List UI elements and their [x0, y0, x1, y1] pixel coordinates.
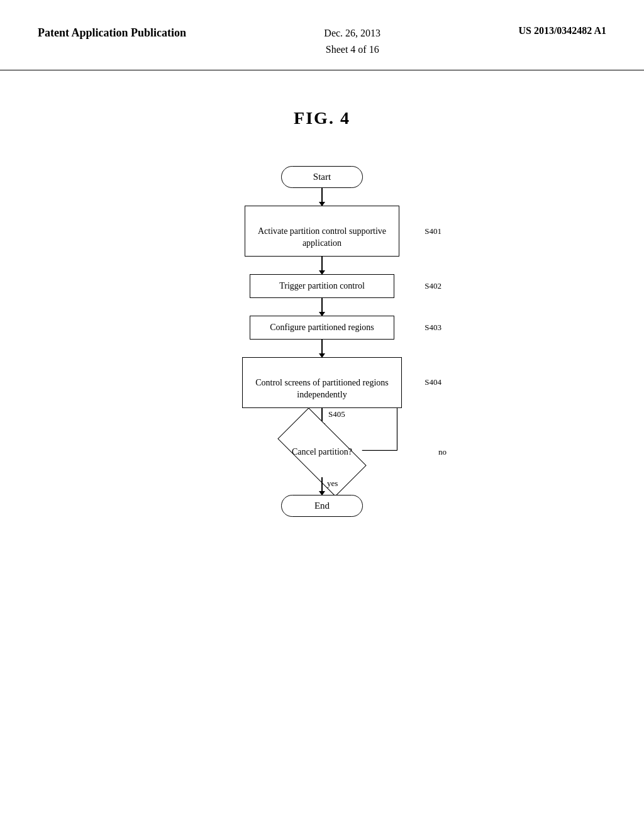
no-label: no [438, 447, 447, 457]
end-node: End [281, 495, 363, 517]
yes-label: yes [327, 479, 338, 489]
s402-box: Trigger partition control [250, 274, 394, 298]
s404-shape: Control screens of partitioned regions i… [242, 357, 402, 408]
start-row: Start [165, 166, 479, 188]
s401-row: Activate partition control supportive ap… [165, 206, 479, 257]
s404-box: Control screens of partitioned regions i… [242, 357, 402, 408]
connector-s402-s403 [321, 298, 323, 316]
connector-s401-s402 [321, 257, 323, 274]
publication-title: Patent Application Publication [38, 25, 186, 41]
end-row: End [165, 495, 479, 517]
s403-label: S403 [425, 323, 441, 333]
yes-connector [321, 477, 323, 495]
flowchart: Start Activate partition control support… [165, 166, 479, 517]
s403-box: Configure partitioned regions [250, 316, 394, 340]
end-shape: End [281, 495, 363, 517]
start-shape: Start [281, 166, 363, 188]
s403-row: Configure partitioned regions S403 [165, 316, 479, 340]
s404-row: Control screens of partitioned regions i… [165, 357, 479, 408]
s405-diamond-wrapper: Cancel partition? [272, 427, 372, 477]
connector-s403-s404 [321, 340, 323, 357]
s403-shape: Configure partitioned regions [250, 316, 394, 340]
connector-start-s401 [321, 188, 323, 206]
connector-top [321, 408, 323, 417]
yes-connector-group: yes [321, 477, 323, 495]
s401-label: S401 [425, 226, 441, 236]
start-node: Start [281, 166, 363, 188]
sheet-info: Sheet 4 of 16 [326, 44, 379, 55]
publication-date: Dec. 26, 2013 [324, 28, 380, 38]
s405-row: Cancel partition? no [165, 427, 479, 477]
s405-label: S405 [328, 409, 345, 419]
patent-number: US 2013/0342482 A1 [518, 25, 606, 36]
header-center: Dec. 26, 2013 Sheet 4 of 16 [324, 25, 380, 57]
figure-title: FIG. 4 [0, 108, 644, 128]
flowchart-container: Start Activate partition control support… [0, 166, 644, 517]
s402-shape: Trigger partition control [250, 274, 394, 298]
s405-shape: Cancel partition? [272, 427, 372, 477]
s404-label: S404 [425, 377, 441, 387]
s402-row: Trigger partition control S402 [165, 274, 479, 298]
s405-diamond-text: Cancel partition? [292, 447, 352, 457]
s402-label: S402 [425, 281, 441, 291]
s401-box: Activate partition control supportive ap… [245, 206, 399, 257]
page-header: Patent Application Publication Dec. 26, … [0, 0, 644, 70]
s401-shape: Activate partition control supportive ap… [245, 206, 399, 257]
